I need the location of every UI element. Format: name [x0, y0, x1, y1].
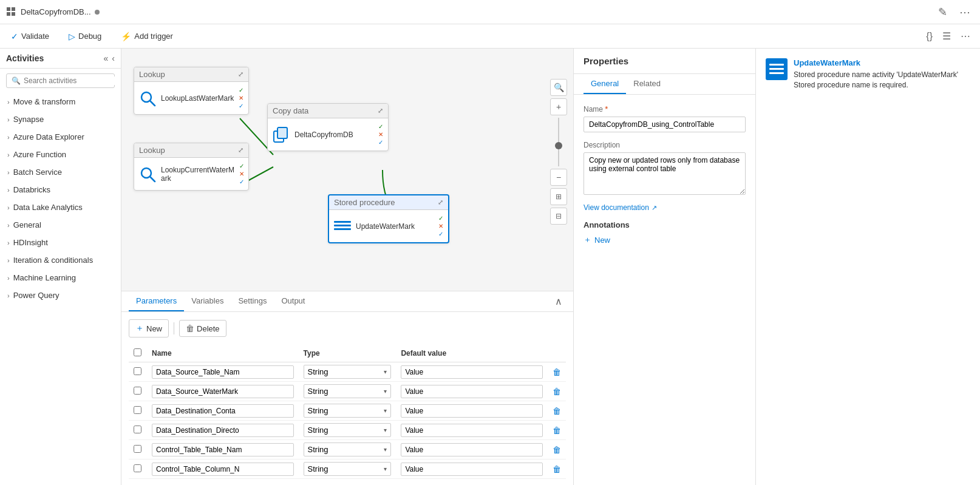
param-name-3[interactable] [152, 404, 294, 418]
sidebar-item-databricks[interactable]: › Databricks [0, 181, 121, 198]
node-copy: Copy data ⤢ DeltaCopyfromDB [267, 103, 389, 151]
chevron-right-icon: › [7, 274, 10, 282]
param-value-1[interactable] [401, 365, 543, 379]
add-annotation-button[interactable]: ＋ New [584, 234, 746, 245]
row-checkbox-6[interactable] [134, 464, 141, 472]
param-name-2[interactable] [152, 385, 294, 398]
props-tab-related[interactable]: Related [626, 74, 668, 94]
fit-view-btn[interactable]: ⊞ [550, 188, 567, 205]
sidebar-item-data-lake-analytics[interactable]: › Data Lake Analytics [0, 198, 121, 216]
table-row: String ▾ 🗑 [129, 362, 566, 382]
sidebar-item-machine-learning[interactable]: › Machine Learning [0, 269, 121, 287]
select-all-checkbox[interactable] [134, 348, 141, 356]
tab-parameters[interactable]: Parameters [129, 291, 184, 311]
expand-icon-sp: ⤢ [438, 198, 443, 206]
param-name-6[interactable] [152, 463, 294, 476]
param-value-4[interactable] [401, 424, 543, 437]
search-input[interactable] [24, 76, 115, 85]
more-options-btn[interactable]: ⋯ [956, 4, 974, 20]
lookup1-icon [139, 90, 156, 107]
canvas-controls: 🔍 + − ⊞ ⊟ [550, 79, 567, 225]
sidebar-item-batch-service[interactable]: › Batch Service [0, 163, 121, 181]
props-tab-general[interactable]: General [584, 74, 626, 94]
param-value-3[interactable] [401, 404, 543, 418]
layout-btn[interactable]: ⊟ [550, 208, 567, 225]
more-toolbar-btn[interactable]: ⋯ [958, 28, 973, 44]
param-name-1[interactable] [152, 365, 294, 379]
type-select-3[interactable]: String ▾ [304, 404, 392, 418]
row-checkbox-3[interactable] [134, 406, 141, 414]
row-checkbox-5[interactable] [134, 445, 141, 453]
delete-row-4[interactable]: 🗑 [553, 426, 561, 435]
delete-row-2[interactable]: 🗑 [553, 387, 561, 396]
node-copy-actions: ✓ ✕ ✓ [378, 123, 383, 146]
delete-row-5[interactable]: 🗑 [553, 445, 561, 455]
row-checkbox-2[interactable] [134, 387, 141, 395]
node-body-sp: UpdateWaterMark ✓ ✕ ✓ [329, 210, 448, 242]
name-input[interactable] [584, 117, 746, 132]
zoom-out-btn[interactable]: − [550, 169, 567, 186]
description-textarea[interactable]: Copy new or updated rows only from datab… [584, 152, 746, 195]
node-type-label: Lookup [139, 146, 165, 155]
param-name-5[interactable] [152, 443, 294, 456]
sp-node-icon [334, 218, 351, 235]
add-trigger-button[interactable]: ⚡ Add trigger [117, 29, 177, 44]
param-name-4[interactable] [152, 424, 294, 437]
sidebar-item-general[interactable]: › General [0, 216, 121, 234]
node-body-lookup1: LookupLastWaterMark ✓ ✕ ✓ [134, 82, 248, 114]
delete-row-6[interactable]: 🗑 [553, 464, 561, 474]
tab-variables[interactable]: Variables [184, 291, 231, 311]
row-checkbox-1[interactable] [134, 367, 141, 375]
sidebar-item-hdinsight[interactable]: › HDInsight [0, 234, 121, 251]
sidebar-item-iteration-conditionals[interactable]: › Iteration & conditionals [0, 251, 121, 269]
type-select-2[interactable]: String ▾ [304, 384, 392, 398]
debug-button[interactable]: ▷ Debug [65, 29, 105, 44]
sidebar-collapse-btn2[interactable]: ‹ [112, 53, 115, 63]
sp-node-name: UpdateWaterMark [356, 222, 415, 231]
main-layout: Activities « ‹ 🔍 › Move & transform › Sy… [0, 49, 980, 485]
svg-rect-16 [769, 72, 784, 74]
zoom-in-btn[interactable]: + [550, 98, 567, 115]
sidebar-item-azure-data-explorer[interactable]: › Azure Data Explorer [0, 128, 121, 146]
check-icon: ✓ [239, 87, 243, 93]
tab-settings[interactable]: Settings [231, 291, 274, 311]
validate-button[interactable]: ✓ Validate [7, 29, 53, 44]
new-param-button[interactable]: ＋ New [129, 319, 169, 337]
debug-icon: ▷ [69, 32, 75, 41]
code-btn[interactable]: {} [924, 29, 935, 44]
delete-row-3[interactable]: 🗑 [553, 406, 561, 416]
param-value-2[interactable] [401, 385, 543, 398]
delete-param-button[interactable]: 🗑 Delete [179, 320, 226, 337]
type-select-5[interactable]: String ▾ [304, 443, 392, 456]
sidebar-item-move-transform[interactable]: › Move & transform [0, 93, 121, 110]
props-header: Properties [574, 49, 755, 74]
x-icon: ✕ [239, 95, 243, 101]
type-select-4[interactable]: String ▾ [304, 423, 392, 437]
search-canvas-btn[interactable]: 🔍 [550, 79, 567, 96]
table-row: String ▾ 🗑 [129, 421, 566, 440]
plus-annotation-icon: ＋ [584, 234, 591, 245]
top-bar-left: DeltaCopyfromDB... [6, 7, 100, 18]
node-lookup2: Lookup ⤢ LookupCurrentWaterM ark ✓ [134, 143, 249, 191]
edit-icon-btn[interactable]: ✎ [934, 4, 951, 20]
node-header-lookup1: Lookup ⤢ [134, 67, 248, 82]
sidebar-item-azure-function[interactable]: › Azure Function [0, 146, 121, 163]
check-blue-icon-sp: ✓ [438, 231, 443, 237]
view-documentation-link[interactable]: View documentation ↗ [584, 203, 746, 212]
type-select-1[interactable]: String ▾ [304, 365, 392, 379]
pipeline-canvas[interactable]: Lookup ⤢ LookupLastWaterMark ✓ [121, 49, 573, 291]
sidebar-collapse-btn[interactable]: « [104, 53, 109, 63]
delete-row-1[interactable]: 🗑 [553, 367, 561, 377]
param-value-5[interactable] [401, 443, 543, 456]
delete-icon: 🗑 [186, 324, 194, 333]
toolbar: ✓ Validate ▷ Debug ⚡ Add trigger {} ☰ ⋯ [0, 24, 980, 49]
bottom-panel-close-btn[interactable]: ∧ [551, 292, 566, 311]
row-checkbox-4[interactable] [134, 426, 141, 433]
bottom-panel: Parameters Variables Settings Output ∧ ＋… [121, 291, 573, 485]
list-view-btn[interactable]: ☰ [940, 28, 953, 44]
param-value-6[interactable] [401, 463, 543, 476]
type-select-6[interactable]: String ▾ [304, 462, 392, 476]
tab-output[interactable]: Output [274, 291, 312, 311]
sidebar-item-synapse[interactable]: › Synapse [0, 110, 121, 128]
sidebar-item-power-query[interactable]: › Power Query [0, 287, 121, 304]
